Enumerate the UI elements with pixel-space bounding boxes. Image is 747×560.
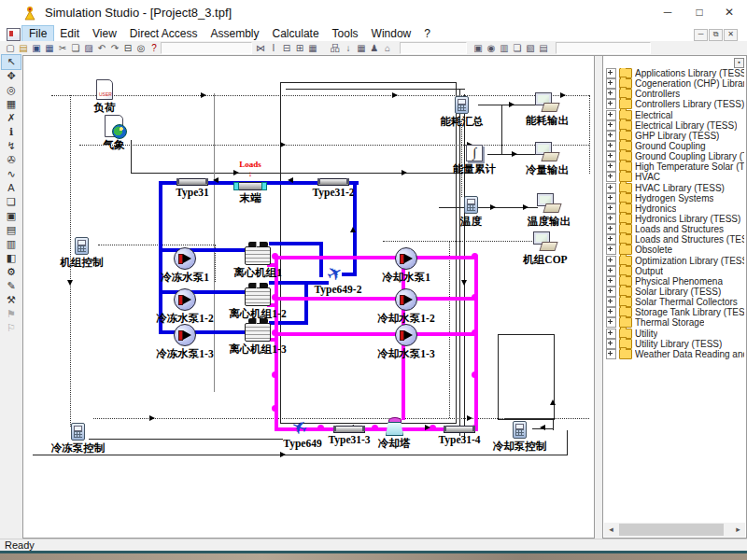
new-file-icon[interactable]: ▢ [4,42,17,54]
tree-expander-icon[interactable] [606,110,616,120]
close-button[interactable]: ✕ [715,0,743,24]
tree-expander-icon[interactable] [606,329,616,339]
menu-file[interactable]: File [22,26,53,41]
sort-down-icon[interactable]: ↓ [342,42,355,54]
print-setup-icon[interactable]: ▤ [537,42,550,54]
scroll-left-arrow[interactable]: ◂ [604,523,618,537]
component-chw-pump-ctrl[interactable]: 冷冻泵控制 [71,423,85,441]
component-cw-pump-2[interactable]: 冷却水泵1-2 [395,288,417,311]
help-icon[interactable]: ? [148,42,161,54]
component-temperature[interactable]: 温度 [464,196,478,214]
panel-scroll-up-button[interactable]: ▪ [734,58,744,68]
component-chiller-2[interactable]: 离心机组1-2 [245,287,271,306]
info-icon[interactable]: ℹ [2,125,21,139]
export-tool-icon[interactable]: ▧ [524,42,537,54]
mdi-close-button[interactable]: ✕ [724,29,738,41]
component-type31-4[interactable]: Type31-4 [444,426,475,433]
component-weather[interactable]: 气象 [105,115,123,137]
menu-direct-access[interactable]: Direct Access [123,26,204,41]
tree-item-weather-data-reading-and-process[interactable]: Weather Data Reading and Process [605,349,744,359]
component-cw-pump-1[interactable]: 冷却水泵1 [395,247,417,270]
paste-icon[interactable]: ▨ [82,42,95,54]
tree-expander-icon[interactable] [606,203,616,214]
tree-expander-icon[interactable] [606,256,616,266]
flag-a-icon[interactable]: ⚑ [2,307,21,321]
menu-[interactable]: ? [417,26,437,41]
tree-expander-icon[interactable] [606,317,616,328]
save-all-icon[interactable]: ▦ [43,42,56,54]
tree-expander-icon[interactable] [606,68,616,78]
menu-calculate[interactable]: Calculate [266,26,326,41]
tree-expander-icon[interactable] [606,193,616,203]
component-type31-2[interactable]: Type31-2 [317,178,349,186]
tree-expander-icon[interactable] [606,307,616,317]
text-icon[interactable]: A [2,181,21,195]
print-icon[interactable]: ⊟ [121,42,134,54]
tree-expander-icon[interactable] [606,234,616,245]
tree-expander-icon[interactable] [606,183,616,193]
plot-tool-icon[interactable]: ◉ [485,42,498,54]
minimize-button[interactable]: ─ [654,0,682,24]
tree-expander-icon[interactable] [606,297,616,307]
assembly-tree-icon[interactable]: 品 [329,42,342,54]
tree-expander-icon[interactable] [606,349,616,359]
fit-vertical-icon[interactable]: I [267,42,280,54]
report-tool-icon[interactable]: ❏ [511,42,524,54]
fit-horizontal-icon[interactable]: ⋈ [254,42,267,54]
menu-tools[interactable]: Tools [326,26,365,41]
component-cw-pump-3[interactable]: 冷却水泵1-3 [395,324,417,346]
panel-view-icon[interactable]: ◧ [2,251,21,265]
library-horizontal-scrollbar[interactable]: ◂ ▸ [604,523,745,537]
component-chiller-1[interactable]: 离心机组1 [245,246,271,265]
tree-expander-icon[interactable] [606,151,616,161]
redo-icon[interactable]: ↷ [108,42,121,54]
plug-icon[interactable]: ✇ [2,153,21,167]
scrollbar-thumb[interactable] [619,524,724,536]
component-energy-integ[interactable]: 能量累计 [466,145,483,161]
tree-expander-icon[interactable] [606,287,616,297]
home-view-icon[interactable]: ⌂ [381,42,394,54]
component-chw-pump-2[interactable]: 冷冻水泵1-2 [174,288,196,311]
zoom-icon[interactable]: ◎ [2,83,21,97]
pan-icon[interactable]: ✥ [2,69,21,83]
component-energy-out[interactable]: 能耗输出 [535,92,559,113]
delete-icon[interactable]: ✗ [2,111,21,125]
component-cw-pump-ctrl[interactable]: 冷却泵控制 [513,421,527,439]
tree-expander-icon[interactable] [606,339,616,349]
undo-icon[interactable]: ↶ [95,42,108,54]
tree-expander-icon[interactable] [606,266,616,276]
component-unit-ctrl[interactable]: 机组控制 [75,237,89,255]
pen-icon[interactable]: ✎ [2,279,21,293]
tree-expander-icon[interactable] [606,99,616,109]
build-icon[interactable]: ⚒ [2,293,21,307]
layers-icon[interactable]: ▤ [2,223,21,237]
component-chw-pump-3[interactable]: 冷冻水泵1-3 [174,324,196,346]
open-file-icon[interactable]: ▤ [17,42,30,54]
layout-grid-icon[interactable]: ▦ [355,42,368,54]
component-chw-pump-1[interactable]: 冷冻水泵1 [174,247,196,270]
tree-expander-icon[interactable] [606,172,616,182]
table-view-icon[interactable]: ▥ [2,237,21,251]
cut-icon[interactable]: ✂ [56,42,69,54]
split-window-icon[interactable]: ▣ [2,209,21,223]
tree-expander-icon[interactable] [606,276,616,287]
menu-view[interactable]: View [86,26,123,41]
overview-icon[interactable]: ▦ [306,42,319,54]
output-manager-icon[interactable]: ▣ [472,42,485,54]
component-cooling-tower[interactable]: 冷却塔 [385,417,403,436]
new-window-icon[interactable]: ❏ [2,195,21,209]
zoom-in-window-icon[interactable]: ⊞ [293,42,306,54]
maximize-button[interactable]: □ [685,0,713,24]
component-type649-2[interactable]: Type649-2 [327,264,349,283]
tree-expander-icon[interactable] [606,120,616,131]
component-type31-3[interactable]: Type31-3 [333,426,365,433]
print-preview-icon[interactable]: ◎ [134,42,148,54]
zoom-out-window-icon[interactable]: ⊟ [280,42,293,54]
tree-expander-icon[interactable] [606,161,616,172]
component-order-icon[interactable]: ♟ [368,42,381,54]
tree-expander-icon[interactable] [606,131,616,141]
save-file-icon[interactable]: ▣ [30,42,43,54]
mdi-restore-button[interactable]: ⧉ [709,29,723,41]
settings-icon[interactable]: ⚙ [2,265,21,279]
tree-expander-icon[interactable] [606,89,616,99]
